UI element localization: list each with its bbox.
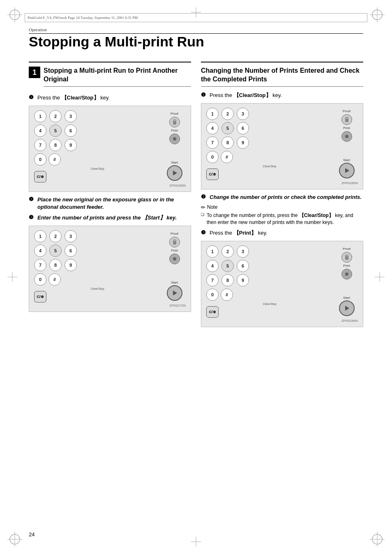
svg-rect-33: [346, 256, 348, 256]
keypad-image-2-left: 1 2 3 4 5 6 7 8 9 0 # Clear/Stop: [29, 226, 191, 312]
key-1: 1: [34, 110, 46, 122]
print-label: Print: [171, 129, 178, 132]
left-column: 1 Stopping a Multi-print Run to Print An…: [29, 62, 191, 521]
key-2b: 2: [49, 230, 62, 242]
content-columns: 1 Stopping a Multi-print Run to Print An…: [29, 62, 363, 521]
svg-rect-28: [345, 117, 348, 122]
header-strip: PinkGold-F_V4_FM.book Page 24 Tuesday, S…: [25, 13, 367, 22]
svg-rect-25: [173, 240, 176, 241]
left-section-heading: Stopping a Multi-print Run to Print Anot…: [44, 67, 191, 87]
key-1b: 1: [34, 230, 46, 242]
co-button: C/⊕: [34, 171, 46, 182]
right-section-heading: Changing the Number of Prints Entered an…: [201, 67, 363, 87]
svg-marker-27: [173, 291, 177, 295]
key-0b: 0: [34, 273, 46, 286]
keypad-image-2-right: 1 2 3 4 5 6 7 8 9 0 # Clear/Stop: [201, 241, 363, 327]
top-right-corner: [370, 7, 385, 22]
key-6: 6: [65, 125, 77, 137]
svg-marker-31: [345, 168, 349, 173]
key-5: 5: [49, 125, 62, 137]
breadcrumb: Operation: [29, 27, 363, 34]
left-step-c: ❸ Enter the number of prints and press t…: [29, 214, 191, 222]
keypad-image-1-left: 1 2 3 4 5 6 7 8 9 0 # Clear/Stop: [29, 106, 191, 192]
left-step-b: ❷ Place the new original on the exposure…: [29, 196, 191, 211]
key-8: 8: [49, 139, 62, 151]
left-step-a: ❶ Press the 【Clear/Stop】 key.: [29, 94, 191, 102]
right-step-c: ❸ Press the 【Print】 key.: [201, 229, 363, 237]
co-button-b: C/⊕: [34, 291, 46, 302]
svg-point-26: [173, 257, 176, 261]
keypad-caption-2: ZFRS272N: [34, 304, 186, 307]
page-title: Stopping a Multi-print Run: [29, 34, 204, 50]
bottom-center-crosshair: [191, 537, 201, 547]
key-9b: 9: [65, 259, 77, 271]
keypad-image-1-right: 1 2 3 4 5 6 7 8 9 0 # Clear/Stop: [201, 103, 363, 189]
key-0: 0: [34, 153, 46, 166]
key-3b: 3: [65, 230, 77, 242]
key-7b: 7: [34, 259, 46, 271]
start-button: [167, 165, 182, 181]
key-hash: #: [48, 153, 61, 166]
key-9: 9: [65, 139, 77, 151]
right-center-crosshair: [375, 272, 385, 282]
key-5b: 5: [49, 245, 62, 257]
svg-rect-32: [345, 255, 348, 260]
svg-point-34: [345, 272, 348, 276]
svg-rect-24: [173, 240, 176, 245]
svg-rect-20: [173, 120, 176, 125]
key-8b: 8: [49, 259, 62, 271]
svg-point-22: [173, 137, 176, 141]
key-4b: 4: [34, 245, 46, 257]
key-3: 3: [65, 110, 77, 122]
svg-marker-23: [173, 171, 177, 175]
proof-label: Proof: [171, 112, 178, 115]
svg-marker-35: [345, 306, 349, 311]
page-number: 24: [29, 531, 35, 538]
key-2: 2: [49, 110, 62, 122]
section-badge: 1: [29, 67, 40, 78]
top-left-corner: [7, 7, 22, 22]
start-label: Start: [171, 161, 178, 164]
header-text: PinkGold-F_V4_FM.book Page 24 Tuesday, S…: [28, 16, 138, 20]
bottom-left-corner: [7, 532, 22, 547]
key-4: 4: [34, 125, 46, 137]
print-button: [169, 134, 180, 144]
proof-button: [169, 117, 180, 127]
svg-rect-21: [173, 120, 176, 121]
key-6b: 6: [65, 245, 77, 257]
svg-rect-29: [346, 118, 348, 118]
right-step-a: ❶ Press the 【Clear/Stop】 key.: [201, 92, 363, 99]
left-center-crosshair: [7, 272, 17, 282]
svg-point-30: [345, 135, 348, 138]
keypad-caption-1: ZFRS280N: [34, 184, 186, 187]
note-section: ✏ Note To change the number of prints, p…: [201, 204, 363, 226]
right-column: Changing the Number of Prints Entered an…: [201, 62, 363, 521]
key-7: 7: [34, 139, 46, 151]
key-hash-b: #: [48, 273, 61, 286]
right-step-b: ❷ Change the number of prints or check t…: [201, 194, 363, 201]
bottom-right-corner: [370, 532, 385, 547]
